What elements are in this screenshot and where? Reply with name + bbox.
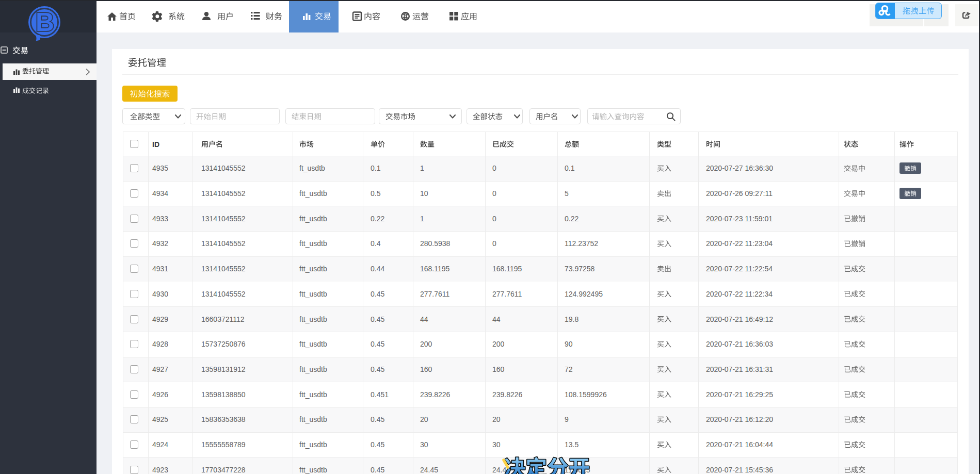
- svg-text:B: B: [36, 8, 54, 37]
